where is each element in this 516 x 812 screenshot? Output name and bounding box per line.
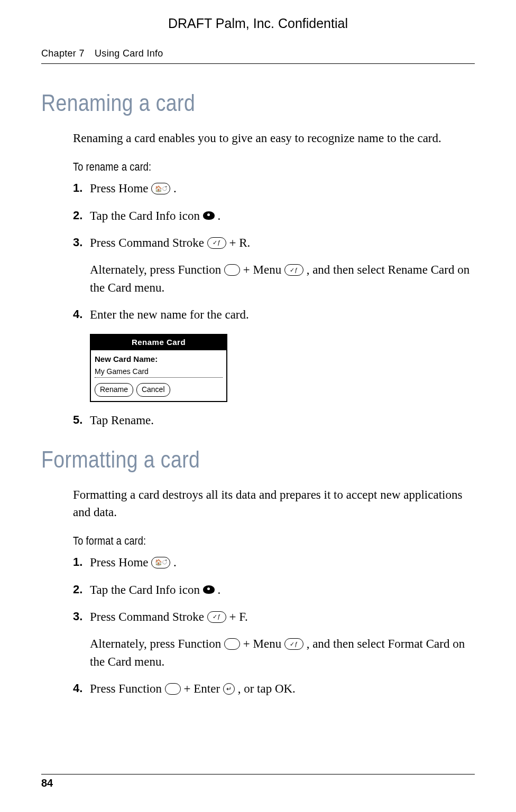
intro-text: Renaming a card enables you to give an e… [73, 129, 475, 147]
step-1: Press Home 🏠ঁ . [73, 554, 475, 571]
step-text-c: , or tap OK. [238, 682, 296, 695]
step-alt-b: + Menu [243, 263, 284, 276]
steps-rename: Press Home 🏠ঁ . Tap the Card Info icon .… [73, 180, 475, 429]
dialog-field-label: New Card Name: [95, 353, 223, 365]
menu-key-icon: ✓ƒ [284, 264, 303, 276]
intro-text: Formatting a card destroys all its data … [73, 486, 475, 521]
step-alt-a: Alternately, press Function [90, 263, 224, 276]
step-text-end: . [217, 209, 220, 222]
rename-card-dialog: Rename Card New Card Name: My Games Card… [90, 334, 227, 402]
rename-dialog-figure: Rename Card New Card Name: My Games Card… [90, 334, 475, 402]
cancel-button[interactable]: Cancel [136, 383, 170, 396]
home-icon: 🏠ঁ [151, 557, 170, 568]
step-text: Tap the Card Info icon [90, 583, 203, 596]
step-text: Tap Rename. [90, 412, 475, 429]
step-text-end: . [173, 182, 177, 195]
function-key-icon [165, 683, 181, 695]
step-4: Press Function + Enter ↵ , or tap OK. [73, 680, 475, 697]
step-text-end: + F. [229, 610, 247, 623]
step-text: Press Command Stroke [90, 236, 207, 249]
command-stroke-icon: ✓ƒ [207, 237, 226, 249]
step-text-b: + Enter [184, 682, 223, 695]
step-text-end: . [173, 556, 177, 569]
step-text-end: . [217, 583, 220, 596]
dialog-title: Rename Card [91, 335, 226, 350]
chapter-header: Chapter 7 Using Card Info [41, 46, 475, 64]
step-text: Press Home [90, 182, 151, 195]
menu-key-icon: ✓ƒ [284, 638, 303, 650]
subhead-rename: To rename a card: [73, 158, 402, 175]
step-alt-b: + Menu [243, 637, 284, 650]
section-heading-renaming: Renaming a card [41, 86, 410, 120]
step-text: Press Command Stroke [90, 610, 207, 623]
page-number: 84 [41, 777, 53, 789]
step-1: Press Home 🏠ঁ . [73, 180, 475, 197]
chapter-number: Chapter 7 [41, 48, 85, 59]
home-icon: 🏠ঁ [151, 183, 170, 194]
step-5: Tap Rename. [73, 412, 475, 429]
function-key-icon [224, 638, 240, 650]
step-text-end: + R. [229, 236, 250, 249]
chapter-title: Using Card Info [95, 48, 163, 59]
page-footer: 84 [41, 774, 475, 791]
step-3: Press Command Stroke ✓ƒ + F. Alternately… [73, 608, 475, 670]
command-stroke-icon: ✓ƒ [207, 611, 226, 623]
step-2: Tap the Card Info icon . [73, 207, 475, 225]
step-alt-a: Alternately, press Function [90, 637, 224, 650]
function-key-icon [224, 264, 240, 276]
step-text-a: Press Function [90, 682, 165, 695]
enter-key-icon: ↵ [223, 683, 235, 695]
step-4: Enter the new name for the card. Rename … [73, 306, 475, 402]
card-info-icon [203, 211, 215, 220]
steps-format: Press Home 🏠ঁ . Tap the Card Info icon .… [73, 554, 475, 697]
card-info-icon [203, 585, 215, 594]
dialog-field-value[interactable]: My Games Card [95, 366, 223, 377]
section-heading-formatting: Formatting a card [41, 443, 410, 477]
step-text: Tap the Card Info icon [90, 209, 203, 222]
rename-button[interactable]: Rename [95, 383, 133, 396]
step-text: Press Home [90, 556, 151, 569]
step-text: Enter the new name for the card. [90, 306, 475, 323]
step-2: Tap the Card Info icon . [73, 581, 475, 599]
draft-header: DRAFT Palm, Inc. Confidential [41, 14, 475, 33]
step-3: Press Command Stroke ✓ƒ + R. Alternately… [73, 234, 475, 296]
subhead-format: To format a card: [73, 533, 402, 549]
